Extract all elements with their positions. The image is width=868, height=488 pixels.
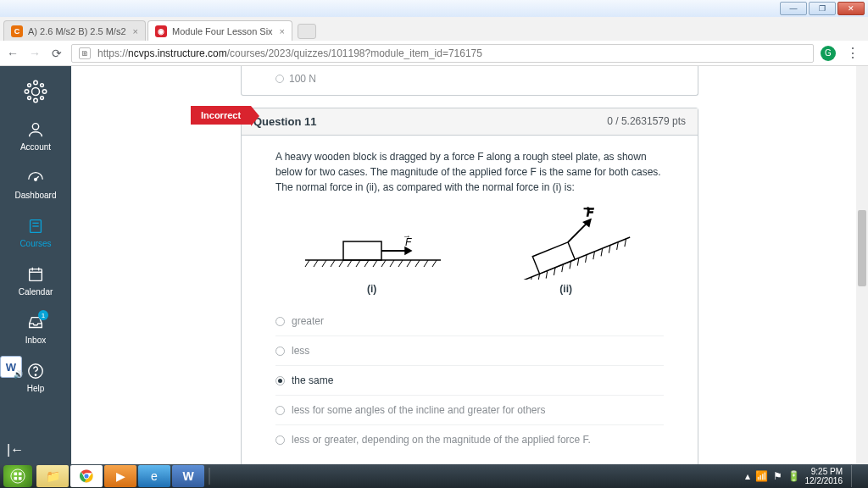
answer-text: 100 N	[289, 73, 316, 85]
svg-point-8	[41, 97, 44, 100]
page-content: Account Dashboard Courses Calendar 1 Inb…	[0, 66, 868, 464]
answer-option[interactable]: greater	[275, 307, 664, 336]
taskbar-explorer[interactable]: 📁	[36, 465, 69, 487]
book-icon	[25, 215, 47, 237]
back-button[interactable]: ←	[5, 46, 20, 61]
network-icon[interactable]: 📶	[755, 470, 768, 482]
svg-rect-15	[30, 269, 42, 281]
svg-point-9	[32, 124, 38, 130]
answer-text: less for some angles of the incline and …	[292, 404, 546, 416]
svg-point-3	[25, 90, 29, 94]
figure-label-i: (i)	[367, 283, 376, 295]
svg-text:→: →	[403, 231, 411, 241]
show-desktop-button[interactable]	[851, 465, 860, 487]
svg-point-7	[28, 97, 31, 100]
system-tray[interactable]: ▴ 📶 ⚑ 🔋 9:25 PM 12/2/2016	[745, 465, 865, 487]
svg-point-65	[11, 469, 25, 483]
tab-close-icon[interactable]: ×	[280, 26, 285, 36]
answer-option[interactable]: 100 N	[275, 73, 664, 85]
answer-text: greater	[292, 315, 324, 327]
figure-i: F →	[297, 220, 449, 280]
taskbar-chrome[interactable]	[70, 465, 103, 487]
taskbar-separator	[209, 468, 210, 485]
radio-icon	[275, 317, 285, 326]
svg-line-25	[322, 260, 326, 267]
svg-line-29	[356, 260, 360, 267]
browser-menu-button[interactable]: ⋮	[843, 45, 863, 61]
floating-word-indicator[interactable]: W 🔊	[0, 356, 22, 378]
sidebar-item-courses[interactable]: Courses	[0, 210, 71, 253]
window-titlebar: — ❐ ✕	[0, 0, 868, 17]
start-button[interactable]	[3, 465, 32, 487]
person-icon	[25, 119, 47, 141]
taskbar-media-player[interactable]: ▶	[104, 465, 136, 487]
tab-title: Module Four Lesson Six	[172, 26, 273, 36]
svg-line-37	[424, 260, 428, 267]
answer-list: greater less the same less for some angl…	[275, 307, 664, 454]
answer-text: less or greater, depending on the magnit…	[292, 434, 591, 446]
window-maximize[interactable]: ❐	[809, 2, 836, 15]
windows-taskbar: 📁 ▶ e W ▴ 📶 ⚑ 🔋 9:25 PM 12/2/2016	[0, 464, 868, 488]
favicon-icon: ◉	[155, 25, 167, 37]
battery-icon[interactable]: 🔋	[787, 470, 800, 482]
answer-option[interactable]: less for some angles of the incline and …	[275, 395, 664, 424]
browser-tab[interactable]: ◉ Module Four Lesson Six ×	[147, 20, 292, 41]
svg-line-23	[305, 260, 309, 267]
svg-rect-67	[19, 473, 22, 476]
sidebar-item-label: Dashboard	[15, 191, 57, 200]
vertical-scrollbar[interactable]	[856, 66, 868, 464]
question-figures: F →	[275, 203, 664, 280]
tab-close-icon[interactable]: ×	[133, 26, 138, 36]
svg-point-1	[34, 80, 38, 85]
tray-chevron-icon[interactable]: ▴	[745, 470, 750, 482]
svg-line-26	[331, 260, 335, 267]
reload-button[interactable]: ⟳	[49, 46, 64, 61]
flag-icon[interactable]: ⚑	[773, 470, 782, 482]
answer-option[interactable]: less	[275, 336, 664, 365]
browser-tab[interactable]: C A) 2.6 M/s2 B) 2.5 M/s2 ×	[3, 20, 146, 41]
canvas-logo[interactable]	[19, 75, 53, 108]
clock-time: 9:25 PM	[805, 467, 843, 476]
page-info-icon[interactable]: 🗎	[79, 47, 91, 59]
window-close[interactable]: ✕	[837, 2, 865, 15]
sidebar-item-inbox[interactable]: 1 Inbox	[0, 307, 71, 350]
svg-marker-40	[405, 247, 411, 254]
sidebar-item-label: Courses	[19, 239, 51, 248]
figure-labels: (i) (ii)	[275, 283, 664, 295]
svg-line-34	[398, 260, 403, 267]
radio-icon	[275, 75, 284, 83]
extension-icon[interactable]: G	[821, 46, 836, 61]
browser-toolbar: ← → ⟳ 🗎 https://ncvps.instructure.com/co…	[0, 41, 868, 66]
question-title: Question 11	[253, 115, 316, 128]
figure-ii: F →	[491, 203, 643, 280]
svg-point-5	[28, 84, 31, 87]
svg-rect-68	[14, 477, 18, 480]
sidebar-collapse-button[interactable]: |←	[7, 442, 24, 458]
speaker-icon: 🔊	[14, 370, 23, 379]
new-tab-button[interactable]	[298, 24, 316, 39]
canvas-sidebar: Account Dashboard Courses Calendar 1 Inb…	[0, 66, 71, 464]
answer-option[interactable]: less or greater, depending on the magnit…	[275, 424, 664, 454]
taskbar-clock[interactable]: 9:25 PM 12/2/2016	[805, 467, 843, 485]
svg-line-38	[432, 260, 437, 267]
svg-line-31	[373, 260, 377, 267]
svg-rect-21	[343, 241, 381, 260]
quiz-content: 100 N Incorrect Question 11 0 / 5.263157…	[71, 66, 868, 464]
scrollbar-thumb[interactable]	[858, 210, 866, 286]
address-bar[interactable]: 🗎 https://ncvps.instructure.com/courses/…	[71, 44, 814, 63]
calendar-icon	[25, 263, 47, 286]
sidebar-item-dashboard[interactable]: Dashboard	[0, 162, 71, 205]
browser-tabstrip: C A) 2.6 M/s2 B) 2.5 M/s2 × ◉ Module Fou…	[0, 17, 868, 41]
sidebar-item-calendar[interactable]: Calendar	[0, 258, 71, 302]
window-minimize[interactable]: —	[780, 2, 807, 15]
answer-option[interactable]: the same	[275, 365, 664, 395]
sidebar-item-account[interactable]: Account	[0, 114, 71, 157]
tab-title: A) 2.6 M/s2 B) 2.5 M/s2	[28, 26, 126, 36]
taskbar-ie[interactable]: e	[138, 465, 170, 487]
forward-button[interactable]: →	[27, 46, 42, 61]
taskbar-word[interactable]: W	[172, 465, 204, 487]
unread-badge: 1	[38, 310, 48, 320]
svg-point-20	[35, 374, 36, 375]
svg-line-27	[339, 260, 343, 267]
svg-point-4	[42, 90, 47, 94]
